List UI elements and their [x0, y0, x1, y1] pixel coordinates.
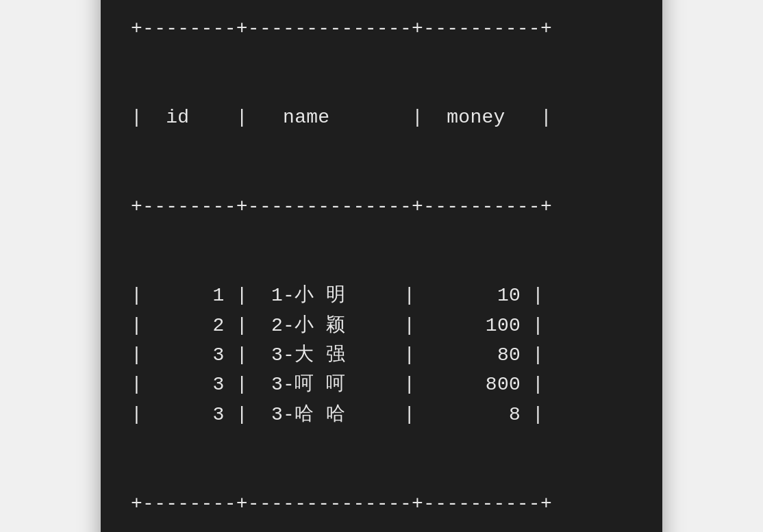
table-row: | 2 | 2-小 颖 | 100 | — [131, 311, 632, 340]
terminal-window: mysql> select * from app01_test; +------… — [101, 0, 662, 532]
table-row: | 3 | 3-哈 哈 | 8 | — [131, 400, 632, 429]
table-row: | 3 | 3-大 强 | 80 | — [131, 340, 632, 370]
table-row: | 1 | 1-小 明 | 10 | — [131, 281, 632, 310]
separator-top: +--------+--------------+----------+ — [131, 14, 632, 43]
separator-mid: +--------+--------------+----------+ — [131, 192, 632, 221]
data-rows: | 1 | 1-小 明 | 10 || 2 | 2-小 颖 | 100 || 3… — [131, 281, 632, 429]
table-row: | 3 | 3-呵 呵 | 800 | — [131, 370, 632, 399]
separator-bottom: +--------+--------------+----------+ — [131, 489, 632, 518]
terminal-content: mysql> select * from app01_test; +------… — [131, 0, 632, 532]
header-line: | id | name | money | — [131, 103, 632, 132]
